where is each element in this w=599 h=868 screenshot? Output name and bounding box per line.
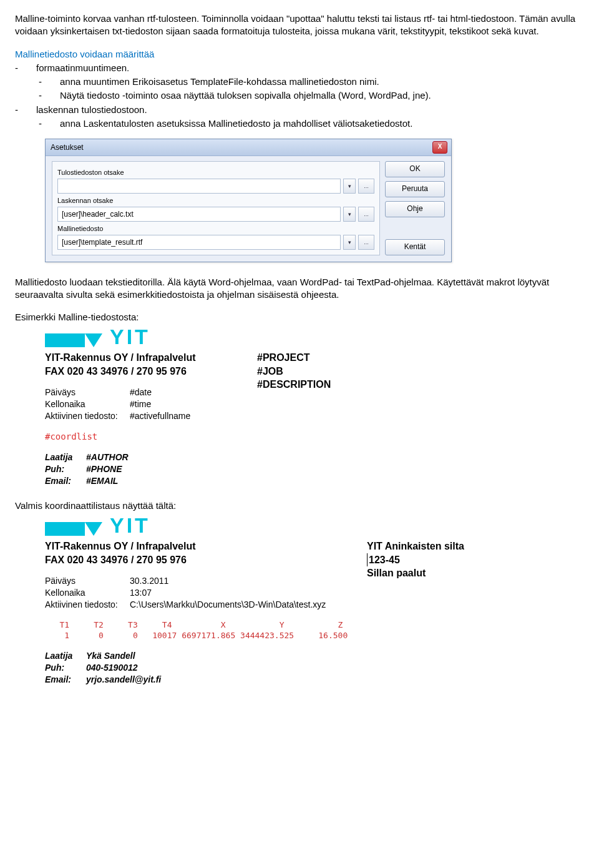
info-row: LaatijaYkä Sandell: [45, 650, 342, 662]
info-value: #PHONE: [86, 463, 122, 475]
info-key: Päiväys: [45, 575, 126, 587]
chevron-down-icon[interactable]: ▾: [343, 179, 356, 194]
info-value: 040-5190012: [86, 662, 138, 674]
chevron-down-icon[interactable]: ▾: [343, 207, 356, 222]
bullet: Näytä tiedosto -toiminto osaa näyttää tu…: [15, 89, 584, 102]
info-key: Aktiivinen tiedosto:: [45, 599, 126, 611]
info-key: Puh:: [45, 463, 82, 475]
info-row: Kellonaika13:07: [45, 587, 342, 599]
example-heading: Esimerkki Malline-tiedostosta:: [15, 311, 584, 323]
info-row: Puh:#PHONE: [45, 463, 232, 475]
coord-header: T1 T2 T3 T4 X Y Z: [45, 619, 342, 631]
bullet: anna muuntimen Erikoisasetus TemplateFil…: [15, 76, 584, 88]
info-row: Aktiivinen tiedosto:C:\Users\Markku\Docu…: [45, 599, 342, 611]
help-button[interactable]: Ohje: [385, 201, 445, 217]
info-row: Puh:040-5190012: [45, 662, 342, 674]
browse-button[interactable]: ...: [358, 207, 374, 222]
macro-description: #DESCRIPTION: [257, 378, 444, 392]
info-value: 30.3.2011: [130, 575, 168, 587]
info-key: Päiväys: [45, 387, 126, 398]
info-key: Laatija: [45, 451, 82, 463]
info-key: Laatija: [45, 650, 82, 662]
ok-button[interactable]: OK: [385, 161, 445, 177]
dialog-fields: Tulostiedoston otsake ▾ ... Laskennan ot…: [52, 161, 380, 255]
result-example: YIT YIT-Rakennus OY / Infrapalvelut FAX …: [45, 515, 554, 686]
info-value: #EMAIL: [86, 475, 118, 487]
intro-paragraph: Malline-toiminto korvaa vanhan rtf-tulos…: [15, 12, 584, 38]
info-key: Kellonaika: [45, 398, 126, 410]
info-key: Email:: [45, 674, 82, 686]
info-row: Email:#EMAIL: [45, 475, 232, 487]
settings-dialog: Asetukset X Tulostiedoston otsake ▾ ... …: [45, 139, 452, 262]
info-row: Päiväys#date: [45, 387, 232, 398]
field-label: Laskennan otsake: [57, 196, 374, 205]
info-value: #date: [130, 387, 152, 398]
yit-logo: YIT: [45, 326, 554, 347]
info-key: Email:: [45, 475, 82, 487]
fax-line: FAX 020 43 34976 / 270 95 976: [45, 365, 232, 378]
info-value: #activefullname: [130, 410, 190, 422]
info-value: #time: [130, 398, 151, 410]
info-row: Laatija#AUTHOR: [45, 451, 232, 463]
info-value: C:\Users\Markku\Documents\3D-Win\Data\te…: [130, 599, 326, 611]
project-value: YIT Aninkaisten silta: [367, 540, 554, 553]
info-key: Puh:: [45, 662, 82, 674]
info-row: Email:yrjo.sandell@yit.fi: [45, 674, 342, 686]
info-value: #AUTHOR: [86, 451, 129, 463]
browse-button[interactable]: ...: [358, 179, 374, 194]
macro-job: #JOB: [257, 365, 444, 378]
bullet: anna Laskentatulosten asetuksissa Mallin…: [15, 117, 584, 130]
output-header-input[interactable]: [57, 179, 341, 194]
fields-button[interactable]: Kentät: [385, 239, 445, 255]
template-example: YIT YIT-Rakennus OY / Infrapalvelut FAX …: [45, 326, 554, 486]
bullet: laskennan tulostiedostoon.: [15, 104, 584, 116]
info-row: Aktiivinen tiedosto:#activefullname: [45, 410, 232, 422]
mid-paragraph: Mallitiedosto luodaan tekstieditorilla. …: [15, 276, 584, 302]
dialog-title: Asetukset: [51, 142, 84, 152]
fax-line: FAX 020 43 34976 / 270 95 976: [45, 553, 342, 567]
macro-project: #PROJECT: [257, 351, 444, 365]
browse-button[interactable]: ...: [358, 235, 374, 250]
bullet: formaatinmuuntimeen.: [15, 62, 584, 74]
description-value: Sillan paalut: [367, 566, 554, 580]
info-value: Ykä Sandell: [86, 650, 135, 662]
result-heading: Valmis koordinaattilistaus näyttää tältä…: [15, 500, 584, 512]
company-line: YIT-Rakennus OY / Infrapalvelut: [45, 351, 232, 365]
intro-heading: Mallinetiedosto voidaan määrittää: [15, 48, 584, 61]
field-label: Mallinetiedosto: [57, 224, 374, 234]
info-value: 13:07: [130, 587, 152, 599]
info-key: Aktiivinen tiedosto:: [45, 410, 126, 422]
calc-header-input[interactable]: [57, 207, 341, 222]
chevron-down-icon[interactable]: ▾: [343, 235, 356, 250]
coordlist-macro: #coordlist: [45, 431, 232, 443]
dialog-titlebar: Asetukset X: [46, 139, 451, 156]
close-icon[interactable]: X: [432, 141, 447, 154]
cancel-button[interactable]: Peruuta: [385, 181, 445, 197]
job-value: 123-45: [367, 553, 554, 567]
info-row: Kellonaika#time: [45, 398, 232, 410]
template-file-input[interactable]: [57, 235, 341, 250]
info-key: Kellonaika: [45, 587, 126, 599]
yit-logo: YIT: [45, 515, 554, 536]
info-row: Päiväys30.3.2011: [45, 575, 342, 587]
info-value: yrjo.sandell@yit.fi: [86, 674, 161, 686]
field-label: Tulostiedoston otsake: [57, 168, 374, 177]
coord-row: 1 0 0 10017 6697171.865 3444423.525 16.5…: [45, 630, 342, 641]
company-line: YIT-Rakennus OY / Infrapalvelut: [45, 540, 342, 553]
